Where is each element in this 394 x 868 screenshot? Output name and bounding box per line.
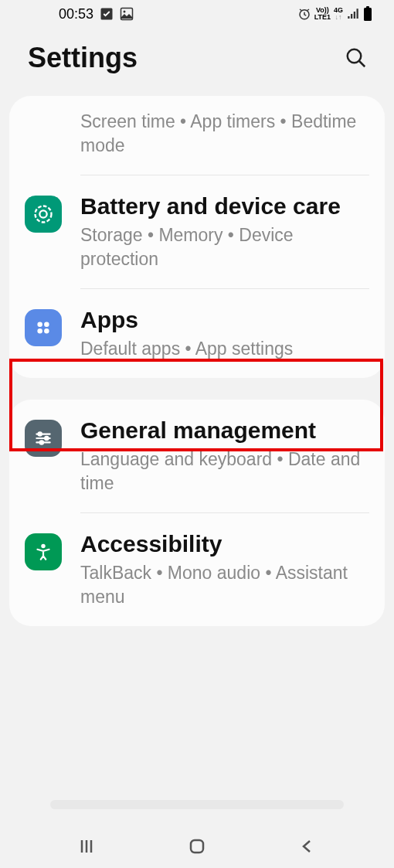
- svg-point-12: [44, 328, 49, 334]
- network-indicator: 4G ↓↑: [334, 7, 343, 21]
- settings-item-general-management[interactable]: General management Language and keyboard…: [9, 400, 385, 512]
- back-icon: [298, 837, 317, 856]
- alarm-icon: [297, 7, 311, 21]
- status-right: Vo)) LTE1 4G ↓↑: [297, 6, 372, 22]
- settings-group-device: Screen time • App timers • Bedtime mode …: [9, 96, 385, 378]
- svg-point-11: [37, 328, 42, 334]
- status-bar: 00:53 Vo)) LTE1 4G ↓↑: [0, 0, 394, 28]
- item-subtitle: Default apps • App settings: [80, 337, 369, 361]
- item-title: Accessibility: [80, 530, 369, 558]
- navigation-bar: [0, 825, 394, 868]
- battery-icon: [363, 6, 372, 22]
- svg-point-2: [124, 11, 126, 13]
- svg-point-8: [39, 210, 46, 217]
- home-icon: [188, 837, 206, 856]
- item-subtitle: Storage • Memory • Device protection: [80, 223, 369, 271]
- checkbox-icon: [100, 7, 114, 21]
- home-button[interactable]: [186, 836, 208, 857]
- apps-icon: [25, 309, 62, 346]
- svg-point-14: [45, 437, 48, 440]
- svg-point-7: [36, 206, 52, 223]
- svg-point-15: [40, 441, 43, 444]
- signal-icon: [346, 7, 360, 21]
- image-icon: [120, 7, 134, 21]
- search-button[interactable]: [343, 45, 369, 71]
- search-icon: [345, 46, 368, 70]
- scroll-indicator: [50, 800, 344, 809]
- svg-point-13: [39, 433, 42, 436]
- settings-item-apps[interactable]: Apps Default apps • App settings: [9, 289, 385, 378]
- recents-button[interactable]: [76, 836, 97, 857]
- settings-item-digital-wellbeing-partial[interactable]: Screen time • App timers • Bedtime mode: [9, 96, 385, 175]
- item-subtitle: TalkBack • Mono audio • Assistant menu: [80, 561, 369, 609]
- settings-item-battery-device-care[interactable]: Battery and device care Storage • Memory…: [9, 175, 385, 288]
- accessibility-icon: [25, 533, 62, 570]
- item-title: Battery and device care: [80, 192, 369, 220]
- svg-point-16: [41, 544, 45, 548]
- settings-group-general: General management Language and keyboard…: [9, 400, 385, 626]
- device-care-icon: [25, 196, 62, 233]
- item-subtitle: Screen time • App timers • Bedtime mode: [80, 110, 369, 158]
- item-title: Apps: [80, 306, 369, 334]
- volte-indicator: Vo)) LTE1: [314, 7, 331, 21]
- svg-point-10: [44, 322, 49, 328]
- clock-text: 00:53: [59, 6, 93, 22]
- svg-point-6: [348, 49, 362, 63]
- general-management-icon: [25, 420, 62, 457]
- settings-item-accessibility[interactable]: Accessibility TalkBack • Mono audio • As…: [9, 513, 385, 626]
- item-title: General management: [80, 417, 369, 444]
- svg-rect-4: [364, 8, 372, 21]
- svg-rect-17: [191, 840, 203, 853]
- back-button[interactable]: [297, 836, 318, 857]
- status-left: 00:53: [59, 6, 134, 22]
- svg-rect-5: [366, 6, 369, 9]
- item-subtitle: Language and keyboard • Date and time: [80, 448, 369, 495]
- svg-point-9: [37, 322, 42, 328]
- page-title: Settings: [28, 42, 138, 74]
- page-header: Settings: [0, 28, 394, 96]
- recents-icon: [77, 837, 96, 856]
